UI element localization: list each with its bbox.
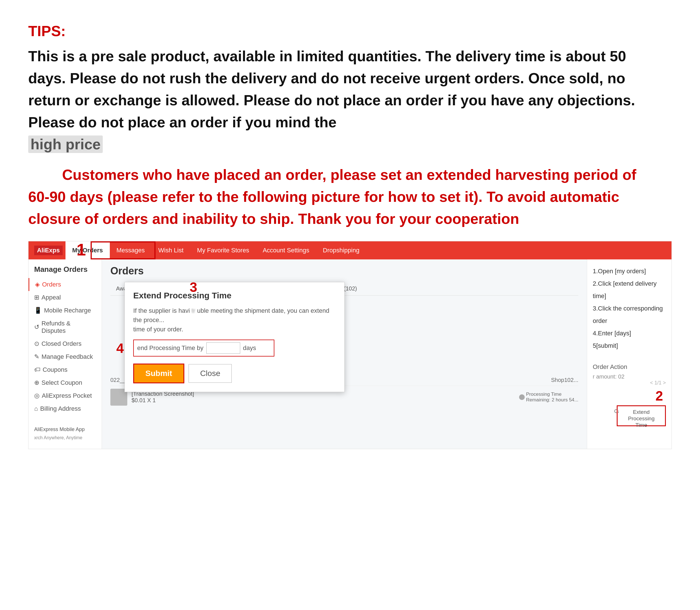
input-label: end Processing Time by xyxy=(137,344,204,352)
feedback-icon: ✎ xyxy=(34,353,39,360)
item-price: $0.01 X 1 xyxy=(132,397,515,404)
customer-notice: Customers who have placed an order, plea… xyxy=(28,164,649,230)
ae-content: Orders Awaiting payment (509) Awaiting s… xyxy=(102,259,587,449)
sidebar-item-coupons[interactable]: 🏷 Coupons xyxy=(29,363,102,376)
close-button[interactable]: Close xyxy=(189,364,232,383)
closed-icon: ⊙ xyxy=(34,340,39,348)
tips-body: This is a pre sale product, available in… xyxy=(28,45,649,155)
sidebar-title: Manage Orders xyxy=(29,265,102,278)
modal-input-row: end Processing Time by days xyxy=(133,340,274,356)
order-action-label: Order Action r amount: 02 < 1/1 > xyxy=(593,363,666,386)
extend-button-wrapper: Extend Processing Time xyxy=(617,405,666,426)
tips-section: TIPS: This is a pre sale product, availa… xyxy=(28,22,672,230)
nav-account-settings[interactable]: Account Settings xyxy=(256,241,316,259)
sidebar-item-ae-pocket[interactable]: ◎ AliExpress Pocket xyxy=(29,389,102,402)
marker-1: 1 xyxy=(77,241,86,258)
sidebar-item-billing-address[interactable]: ⌂ Billing Address xyxy=(29,402,102,415)
address-icon: ⌂ xyxy=(34,405,38,413)
ae-right-panel: 1.Open [my orders] 2.Click [extend deliv… xyxy=(587,259,671,449)
tips-label: TIPS: xyxy=(28,22,672,39)
ae-main: Manage Orders ◈ Orders ⊞ Appeal 📱 Mobile… xyxy=(29,259,671,449)
my-orders-outline xyxy=(91,241,156,259)
sidebar-item-select-coupon[interactable]: ⊕ Select Coupon xyxy=(29,376,102,389)
mobile-icon: 📱 xyxy=(34,307,42,314)
processing-time-text: Processing Time Remaining: 2 hours 54... xyxy=(526,391,579,403)
nav-dropshipping[interactable]: Dropshipping xyxy=(316,241,367,259)
days-input[interactable] xyxy=(206,342,240,354)
sidebar-item-orders[interactable]: ◈ Orders xyxy=(29,278,102,291)
nav-favorite-stores[interactable]: My Favorite Stores xyxy=(190,241,256,259)
submit-button[interactable]: Submit xyxy=(133,364,184,383)
ae-sidebar: Manage Orders ◈ Orders ⊞ Appeal 📱 Mobile… xyxy=(29,259,102,449)
processing-time-info: Processing Time Remaining: 2 hours 54... xyxy=(519,391,579,403)
action-title: Order Action xyxy=(593,363,666,371)
modal-body: If the supplier is havi tr uble meeting … xyxy=(133,306,336,334)
appeal-icon: ⊞ xyxy=(34,294,39,301)
sidebar-item-appeal[interactable]: ⊞ Appeal xyxy=(29,291,102,304)
sidebar-item-closed-orders[interactable]: ⊙ Closed Orders xyxy=(29,337,102,350)
order-item-text: [Transaction Screenshot] $0.01 X 1 xyxy=(132,391,515,404)
amount-row: r amount: 02 xyxy=(593,373,666,380)
marker-2: 2 xyxy=(655,388,663,404)
sidebar-item-refunds[interactable]: ↺ Refunds & Disputes xyxy=(29,317,102,337)
order-shop: Shop102... xyxy=(551,377,579,383)
orders-page-title: Orders xyxy=(110,265,579,277)
modal-body-part1: If the supplier is havi xyxy=(133,307,190,314)
ae-app-section: AliExpress Mobile App xrch Anywhere, Any… xyxy=(29,424,102,443)
pagination: < 1/1 > xyxy=(593,380,666,386)
clock-icon xyxy=(519,394,525,400)
step-2: 2.Click [extend delivery time] xyxy=(593,277,666,302)
pocket-icon: ◎ xyxy=(34,392,39,399)
right-instructions: 1.Open [my orders] 2.Click [extend deliv… xyxy=(593,265,666,352)
screenshot-container: 1 AliExps My Orders Messages Wish List M… xyxy=(28,241,672,449)
nav-wish-list[interactable]: Wish List xyxy=(151,241,190,259)
step-3: 3.Click the corresponding order xyxy=(593,302,666,327)
modal-body-part3: time of your order. xyxy=(133,326,183,333)
orders-icon: ◈ xyxy=(35,281,40,288)
step-1: 1.Open [my orders] xyxy=(593,265,666,277)
modal-buttons: Submit Close xyxy=(133,364,336,383)
high-price-text: high price xyxy=(28,135,103,153)
extend-processing-time-button[interactable]: Extend Processing Time xyxy=(619,407,664,424)
coupons-icon: 🏷 xyxy=(34,366,40,373)
sidebar-item-mobile-recharge[interactable]: 📱 Mobile Recharge xyxy=(29,304,102,317)
order-action-panel: Order Action r amount: 02 < 1/1 > xyxy=(593,363,666,386)
days-label: days xyxy=(243,344,256,352)
select-coupon-icon: ⊕ xyxy=(34,379,39,386)
extend-processing-modal: 3 Extend Processing Time If the supplier… xyxy=(125,282,345,392)
tips-body-text: This is a pre sale product, available in… xyxy=(28,48,635,130)
marker-4: 4 xyxy=(116,340,124,356)
refunds-icon: ↺ xyxy=(34,323,39,331)
sidebar-item-feedback[interactable]: ✎ Manage Feedback xyxy=(29,350,102,363)
ae-logo: AliExps xyxy=(34,245,63,255)
modal-input-wrapper: 4 end Processing Time by days xyxy=(133,340,336,356)
marker-3: 3 xyxy=(190,279,197,295)
app-subtitle: xrch Anywhere, Anytime xyxy=(29,435,102,443)
step-4: 4.Enter [days] xyxy=(593,327,666,340)
modal-title: Extend Processing Time xyxy=(133,291,336,300)
modal-body-blur: tr xyxy=(192,306,195,315)
ae-nav: 1 AliExps My Orders Messages Wish List M… xyxy=(29,241,671,259)
step-5: 5[submit] xyxy=(593,340,666,352)
app-title: AliExpress Mobile App xyxy=(29,424,102,435)
